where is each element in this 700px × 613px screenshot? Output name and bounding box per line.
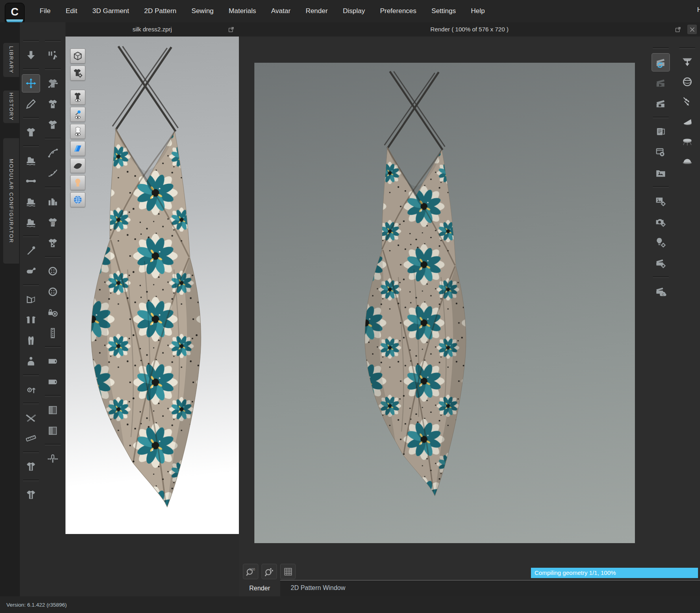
dress-3d-view bbox=[69, 42, 220, 514]
stitch-display-tool[interactable] bbox=[44, 116, 62, 133]
spot-light-button[interactable] bbox=[679, 113, 696, 130]
clo3d-application: C FileEdit3D Garment2D PatternSewingMate… bbox=[0, 0, 700, 613]
attach-lock-tool[interactable] bbox=[44, 304, 62, 321]
pattern-checker-tool[interactable] bbox=[44, 234, 62, 252]
version-label: Version: 6.1.422 (r35896) bbox=[6, 602, 67, 608]
pin-garment-tool[interactable] bbox=[44, 95, 62, 113]
toolbar-separator bbox=[23, 403, 39, 404]
menu-item-edit[interactable]: Edit bbox=[65, 7, 77, 15]
menu-item-3d-garment[interactable]: 3D Garment bbox=[92, 7, 129, 15]
segment-sewing-tool[interactable] bbox=[22, 152, 40, 169]
free-sewing-tool[interactable] bbox=[22, 193, 40, 210]
progress-bar: Compiling geometry 1/1, 100% bbox=[531, 568, 698, 578]
menu-item-preferences[interactable]: Preferences bbox=[380, 7, 417, 15]
zoom-100-button[interactable]: 100 bbox=[243, 564, 258, 579]
menu-item-2d-pattern[interactable]: 2D Pattern bbox=[144, 7, 176, 15]
print-layout-tool[interactable] bbox=[44, 214, 62, 231]
show-pins-button[interactable] bbox=[70, 107, 85, 122]
zipper-puller-tool[interactable] bbox=[44, 450, 62, 468]
dome-light-button[interactable] bbox=[679, 152, 696, 170]
mn-sewing-tool[interactable] bbox=[22, 214, 40, 231]
play-render-button[interactable] bbox=[652, 74, 669, 92]
flip-garment-tool[interactable] bbox=[22, 311, 40, 329]
light-properties-button[interactable] bbox=[652, 234, 669, 251]
viewport-3d[interactable] bbox=[65, 37, 240, 534]
simulation-property-tool[interactable] bbox=[22, 381, 40, 398]
select-move-tool[interactable] bbox=[22, 75, 40, 92]
cloud-render-button[interactable]: C bbox=[652, 283, 669, 300]
toolbar-separator bbox=[23, 451, 39, 453]
svg-text:C: C bbox=[662, 293, 664, 296]
ruler-tool[interactable] bbox=[22, 430, 40, 447]
show-avatar-mesh-button[interactable] bbox=[70, 124, 85, 139]
menu-item-sewing[interactable]: Sewing bbox=[192, 7, 214, 15]
pin-cylinder-tool[interactable] bbox=[22, 262, 40, 280]
popout-icon[interactable] bbox=[673, 25, 683, 34]
flattening-tool[interactable] bbox=[44, 75, 62, 92]
tab-2d-pattern-window[interactable]: 2D Pattern Window bbox=[280, 580, 356, 596]
gravity-tool[interactable] bbox=[22, 46, 40, 64]
tab-render[interactable]: Render bbox=[239, 580, 280, 597]
menu-item-settings[interactable]: Settings bbox=[431, 7, 456, 15]
buttonhole-tool[interactable] bbox=[44, 283, 62, 301]
menu-item-materials[interactable]: Materials bbox=[229, 7, 256, 15]
side-tab-library[interactable]: LIBRARY bbox=[3, 43, 19, 77]
popout-icon[interactable] bbox=[226, 25, 236, 34]
edit-curvature-tool[interactable] bbox=[44, 144, 62, 162]
animation-tool[interactable] bbox=[44, 46, 62, 64]
side-tab-history[interactable]: HISTORY bbox=[3, 91, 19, 123]
camera-properties-button[interactable] bbox=[652, 213, 669, 231]
video-properties-button[interactable] bbox=[652, 254, 669, 272]
show-plane-button[interactable] bbox=[70, 141, 85, 156]
tape-measure-tool[interactable] bbox=[22, 409, 40, 426]
capture-window-button[interactable] bbox=[652, 144, 669, 161]
sync-render-button[interactable] bbox=[652, 54, 669, 71]
select-brush-tool[interactable] bbox=[22, 95, 40, 113]
menu-item-display[interactable]: Display bbox=[343, 7, 365, 15]
show-shadow-button[interactable] bbox=[70, 158, 85, 173]
select-mesh-tool[interactable] bbox=[22, 123, 40, 141]
menu-item-help[interactable]: Help bbox=[471, 7, 485, 15]
disc-light-button[interactable] bbox=[679, 133, 696, 150]
fold-arrangement-tool[interactable] bbox=[22, 291, 40, 308]
show-environment-button[interactable] bbox=[70, 192, 85, 207]
edit-sewing-tool[interactable] bbox=[22, 172, 40, 190]
menu-item-file[interactable]: File bbox=[40, 7, 50, 15]
image-properties-button[interactable] bbox=[652, 193, 669, 210]
zipper-tool[interactable] bbox=[44, 324, 62, 342]
render-style-button[interactable] bbox=[70, 48, 85, 64]
render-toolbar: C bbox=[649, 44, 672, 302]
open-image-folder-button[interactable] bbox=[652, 164, 669, 182]
pin-tool[interactable] bbox=[22, 242, 40, 259]
texture-tool[interactable] bbox=[44, 193, 62, 210]
stop-render-button[interactable] bbox=[652, 95, 669, 112]
side-tab-modular-configurator[interactable]: MODULAR CONFIGURATOR bbox=[3, 138, 19, 264]
piping-tool[interactable] bbox=[44, 422, 62, 440]
garment-settings-button[interactable] bbox=[70, 66, 85, 81]
garment-fit-measure-tool[interactable] bbox=[22, 486, 40, 503]
toolbar-separator bbox=[45, 256, 61, 258]
piping-cursor-tool[interactable] bbox=[44, 401, 62, 419]
garment-measure-tool[interactable] bbox=[22, 458, 40, 475]
grid-button[interactable] bbox=[280, 564, 296, 579]
show-garment-button[interactable] bbox=[70, 90, 85, 105]
show-avatar-button[interactable] bbox=[70, 175, 85, 190]
close-icon[interactable] bbox=[687, 25, 697, 34]
menu-item-avatar[interactable]: Avatar bbox=[271, 7, 290, 15]
download-assets-button[interactable] bbox=[679, 53, 696, 71]
binding-cursor-tool[interactable] bbox=[44, 353, 62, 370]
app-logo[interactable]: C bbox=[5, 3, 25, 23]
avatar-fit-tool[interactable] bbox=[22, 353, 40, 370]
render-queue-button[interactable] bbox=[652, 123, 669, 141]
toolbar-separator bbox=[23, 117, 39, 119]
drape-tool[interactable] bbox=[22, 332, 40, 349]
svg-text:100: 100 bbox=[249, 567, 255, 571]
menu-item-render[interactable]: Render bbox=[306, 7, 328, 15]
button-tool[interactable] bbox=[44, 262, 62, 280]
directional-light-button[interactable] bbox=[679, 93, 696, 110]
edit-curve-point-tool[interactable] bbox=[44, 165, 62, 182]
environment-sphere-button[interactable] bbox=[679, 73, 696, 91]
binding-tool[interactable] bbox=[44, 373, 62, 391]
zoom-pixel-button[interactable] bbox=[262, 564, 277, 579]
menu-item-truncated[interactable]: H bbox=[697, 6, 700, 14]
